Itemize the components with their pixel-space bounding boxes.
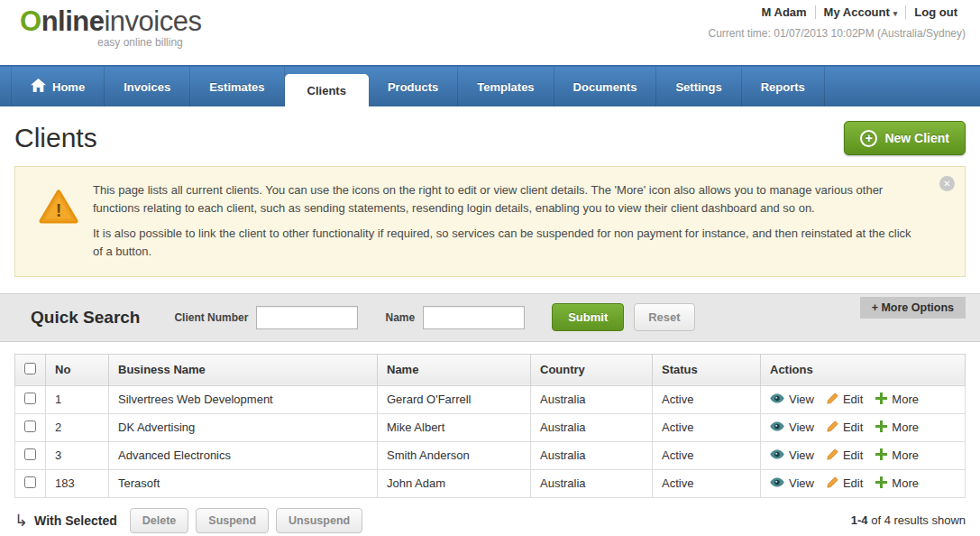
edit-action[interactable]: Edit [827, 393, 863, 407]
cell-country: Australia [531, 385, 653, 413]
eye-icon [770, 420, 784, 434]
eye-icon [770, 476, 784, 490]
user-name: M Adam [754, 5, 815, 19]
svg-text:!: ! [56, 200, 62, 220]
select-all-checkbox[interactable] [24, 363, 36, 374]
eye-icon [770, 448, 784, 462]
row-actions: View Edit More [770, 476, 956, 491]
results-summary: 1-4 of 4 results shown [851, 513, 966, 527]
with-selected-label: With Selected [34, 513, 117, 528]
nav-item-home[interactable]: Home [11, 67, 105, 106]
pencil-icon [827, 420, 838, 435]
delete-button[interactable]: Delete [130, 508, 189, 533]
more-action[interactable]: More [875, 393, 919, 407]
plus-icon [875, 420, 887, 435]
warning-icon: ! [39, 189, 78, 228]
logo-o: O [20, 5, 41, 37]
my-account-link[interactable]: My Account▾ [815, 5, 906, 19]
main-nav: Home Invoices Estimates Clients Products… [0, 65, 980, 106]
table-row: 1 Silvertrees Web Development Gerard O'F… [15, 385, 966, 413]
clients-table: No Business Name Name Country Status Act… [14, 354, 966, 498]
more-action[interactable]: More [875, 420, 919, 435]
view-action[interactable]: View [770, 448, 814, 462]
cell-no: 2 [46, 413, 109, 441]
row-checkbox[interactable] [24, 420, 36, 432]
nav-item-label: Documents [573, 80, 637, 94]
edit-action[interactable]: Edit [827, 476, 863, 491]
row-checkbox[interactable] [24, 448, 36, 460]
more-action[interactable]: More [875, 448, 919, 463]
edit-action[interactable]: Edit [827, 448, 863, 463]
cell-country: Australia [531, 469, 653, 497]
view-action[interactable]: View [770, 476, 814, 490]
new-client-label: New Client [884, 131, 949, 145]
cell-status: Active [653, 385, 761, 413]
submit-button[interactable]: Submit [552, 303, 624, 331]
eye-icon [770, 393, 784, 406]
user-menu: M Adam My Account▾ Log out [709, 5, 966, 19]
cell-name: Smith Anderson [378, 441, 531, 469]
edit-action[interactable]: Edit [827, 420, 863, 435]
nav-item-invoices[interactable]: Invoices [105, 67, 190, 106]
nav-item-documents[interactable]: Documents [554, 67, 657, 106]
new-client-button[interactable]: + New Client [844, 121, 966, 155]
nav-item-settings[interactable]: Settings [656, 67, 741, 106]
cell-no: 183 [46, 469, 109, 497]
close-icon[interactable]: ✕ [939, 176, 955, 191]
row-checkbox[interactable] [24, 393, 36, 404]
quick-search-bar: Quick Search Client Number Name Submit R… [0, 293, 980, 342]
nav-item-clients[interactable]: Clients [285, 74, 369, 106]
logo-invoices: invoices [104, 5, 201, 37]
cell-status: Active [653, 441, 761, 469]
more-label: More [892, 420, 919, 434]
view-action[interactable]: View [770, 420, 814, 434]
plus-icon [875, 476, 887, 491]
view-label: View [789, 448, 814, 462]
cell-country: Australia [531, 441, 653, 469]
nav-item-estimates[interactable]: Estimates [190, 67, 284, 106]
quick-search-title: Quick Search [31, 308, 140, 328]
cell-status: Active [653, 469, 761, 497]
view-label: View [789, 393, 814, 406]
nav-item-templates[interactable]: Templates [458, 67, 554, 106]
row-checkbox[interactable] [24, 476, 36, 488]
nav-item-label: Reports [761, 80, 805, 94]
header-right: M Adam My Account▾ Log out Current time:… [709, 5, 966, 40]
logout-link[interactable]: Log out [905, 5, 966, 19]
notice-paragraph-1: This page lists all current clients. You… [93, 181, 921, 217]
edit-label: Edit [843, 393, 863, 406]
home-icon [31, 79, 46, 95]
name-input[interactable] [423, 306, 525, 329]
col-header-no: No [46, 354, 109, 385]
logo-online-rest: nline [41, 5, 105, 37]
nav-item-label: Products [388, 80, 438, 94]
client-number-input[interactable] [256, 306, 358, 329]
view-action[interactable]: View [770, 393, 814, 406]
plus-circle-icon: + [860, 130, 877, 147]
nav-item-products[interactable]: Products [369, 67, 458, 106]
suspend-button[interactable]: Suspend [196, 508, 269, 533]
table-row: 183 Terasoft John Adam Australia Active … [15, 469, 966, 497]
with-selected-arrow-icon: ↳ [14, 511, 28, 531]
col-header-name: Name [378, 354, 531, 385]
cell-business: Advanced Electronics [109, 441, 378, 469]
more-options-button[interactable]: + More Options [860, 297, 966, 319]
nav-item-label: Templates [477, 80, 534, 94]
edit-label: Edit [843, 420, 863, 434]
nav-item-reports[interactable]: Reports [742, 67, 825, 106]
cell-no: 3 [46, 441, 109, 469]
row-actions: View Edit More [770, 420, 956, 435]
logo[interactable]: Onlineinvoices easy online billing [20, 5, 201, 49]
unsuspend-button[interactable]: Unsuspend [276, 508, 362, 533]
more-action[interactable]: More [875, 476, 919, 491]
cell-name: Mike Albert [378, 413, 531, 441]
notice-paragraph-2: It is also possible to link the client t… [93, 225, 921, 261]
nav-item-label: Invoices [124, 80, 170, 94]
reset-button[interactable]: Reset [634, 303, 694, 331]
col-header-business: Business Name [109, 354, 378, 385]
pencil-icon [827, 448, 838, 463]
col-header-status: Status [653, 354, 761, 385]
pencil-icon [827, 393, 838, 407]
more-label: More [892, 448, 919, 462]
edit-label: Edit [843, 448, 863, 462]
